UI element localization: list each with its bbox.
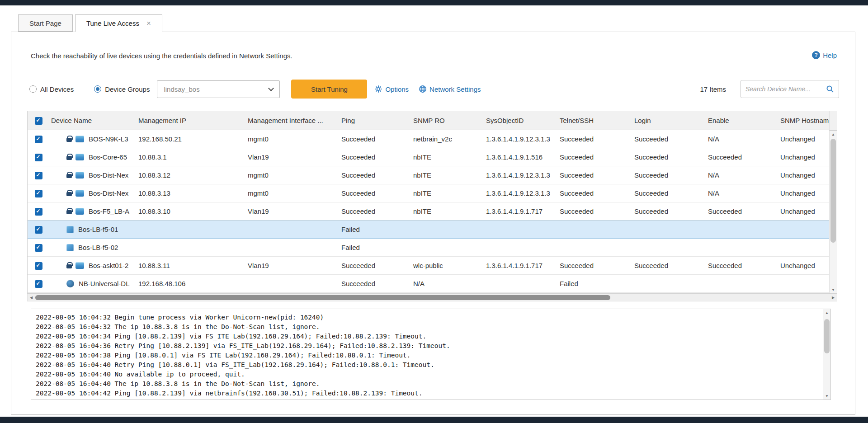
- cell-snmp-ro: nbITE: [411, 166, 484, 184]
- cell-device-name: Bos-Dist-Nex: [49, 184, 137, 202]
- column-header-enable[interactable]: Enable: [706, 111, 778, 130]
- column-header-login[interactable]: Login: [632, 111, 706, 130]
- cell-sysobjectid: [484, 239, 558, 257]
- table-row[interactable]: Bos-LB-f5-01 Failed: [28, 221, 830, 239]
- device-name: Bos-F5_LB-A: [89, 207, 129, 215]
- scroll-down-arrow[interactable]: ▼: [830, 286, 837, 293]
- device-group-select[interactable]: lindsay_bos: [157, 80, 280, 98]
- all-devices-radio-group[interactable]: All Devices: [29, 85, 74, 93]
- row-checkbox[interactable]: [35, 172, 42, 179]
- cell-login: [632, 275, 706, 293]
- log-line: 2022-08-05 16:04:40 The ip 10.88.3.8 is …: [36, 379, 822, 389]
- device-groups-label[interactable]: Device Groups: [105, 85, 150, 93]
- cell-enable: Succeeded: [706, 257, 778, 275]
- device-name: Bos-LB-f5-01: [78, 226, 118, 233]
- table-row[interactable]: Bos-Dist-Nex 10.88.3.12 mgmt0 Succeeded …: [28, 166, 830, 184]
- start-tuning-button[interactable]: Start Tuning: [291, 80, 367, 99]
- tab-start-page[interactable]: Start Page: [18, 14, 73, 32]
- column-header-management-interface[interactable]: Management Interface ...: [246, 111, 340, 130]
- top-chrome-bar: [0, 0, 868, 5]
- cell-enable: [706, 221, 778, 239]
- cell-login: Succeeded: [632, 257, 706, 275]
- cell-management-interface: Vlan19: [246, 257, 340, 275]
- scroll-left-arrow[interactable]: ◀: [28, 294, 34, 301]
- row-checkbox[interactable]: [35, 208, 42, 216]
- row-checkbox[interactable]: [35, 190, 42, 197]
- cell-management-ip: 10.88.3.13: [137, 184, 246, 202]
- lock-icon: [66, 156, 72, 160]
- cell-snmp-hostname: Unchanged: [778, 166, 830, 184]
- tab-bar: Start Page Tune Live Access ×: [18, 14, 165, 32]
- cell-telnet-ssh: Succeeded: [558, 257, 632, 275]
- help-link[interactable]: ? Help: [812, 51, 837, 59]
- cell-ping: Succeeded: [340, 130, 411, 148]
- select-all-checkbox[interactable]: [35, 117, 42, 125]
- column-header-management-ip[interactable]: Management IP: [137, 111, 246, 130]
- cell-ping: Succeeded: [340, 202, 411, 221]
- cell-management-ip: 192.168.50.21: [137, 130, 246, 148]
- row-checkbox[interactable]: [35, 280, 42, 288]
- log-line: 2022-08-05 16:04:40 Retry Ping [10.88.0.…: [36, 360, 822, 370]
- tab-tune-live-access[interactable]: Tune Live Access ×: [75, 14, 162, 32]
- cell-management-ip: [137, 239, 246, 257]
- device-groups-radio-group[interactable]: Device Groups: [94, 85, 150, 93]
- device-name-inner: Bos-LB-f5-02: [51, 239, 135, 256]
- table-row[interactable]: Bos-Core-65 10.88.3.1 Vlan19 Succeeded n…: [28, 148, 830, 166]
- cell-enable: [706, 275, 778, 293]
- cell-ping: Succeeded: [340, 148, 411, 166]
- column-header-sysobjectid[interactable]: SysObjectID: [484, 111, 558, 130]
- table-vertical-scrollbar: ▲ ▼: [829, 131, 837, 293]
- column-header-snmp-ro[interactable]: SNMP RO: [411, 111, 484, 130]
- row-checkbox[interactable]: [35, 226, 42, 234]
- search-input[interactable]: [745, 85, 826, 93]
- log-scroll-thumb[interactable]: [824, 319, 830, 353]
- column-header-ping[interactable]: Ping: [340, 111, 411, 130]
- cell-snmp-ro: wlc-public: [411, 257, 484, 275]
- network-settings-label: Network Settings: [429, 85, 481, 93]
- device-groups-radio[interactable]: [94, 85, 101, 93]
- row-checkbox[interactable]: [35, 136, 42, 143]
- table-row[interactable]: Bos-LB-f5-02 Failed: [28, 239, 830, 257]
- cell-device-name: Bos-Core-65: [49, 148, 137, 166]
- chevron-down-icon: [269, 85, 274, 91]
- cell-device-name: Bos-Dist-Nex: [49, 166, 137, 184]
- device-name: Bos-Core-65: [89, 153, 127, 161]
- column-header-snmp-hostname[interactable]: SNMP Hostname: [778, 111, 830, 130]
- device-name: Bos-askt01-2: [89, 262, 128, 269]
- table-row[interactable]: Bos-Dist-Nex 10.88.3.13 mgmt0 Succeeded …: [28, 184, 830, 202]
- cell-login: Succeeded: [632, 166, 706, 184]
- row-checkbox[interactable]: [35, 244, 42, 252]
- cell-management-interface: [246, 275, 340, 293]
- cell-device-name: BOS-N9K-L3: [49, 130, 137, 148]
- lock-icon: [66, 192, 72, 196]
- network-settings-link[interactable]: Network Settings: [419, 85, 481, 93]
- horizontal-scroll-thumb[interactable]: [35, 295, 610, 300]
- device-icon: [75, 136, 84, 142]
- table-horizontal-scrollbar: ◀ ▶: [27, 294, 837, 301]
- device-icon: [75, 208, 84, 215]
- cell-management-ip: [137, 221, 246, 239]
- lock-icon: [66, 138, 72, 142]
- options-link[interactable]: Options: [374, 85, 409, 93]
- log-scroll-down-arrow[interactable]: ▼: [823, 392, 830, 400]
- table-row[interactable]: Bos-F5_LB-A 10.88.3.10 Vlan19 Succeeded …: [28, 202, 830, 221]
- log-scroll-up-arrow[interactable]: ▲: [823, 309, 830, 316]
- items-count: 17 Items: [700, 85, 726, 93]
- row-checkbox[interactable]: [35, 154, 42, 161]
- cell-snmp-ro: nbITE: [411, 184, 484, 202]
- row-checkbox[interactable]: [35, 262, 42, 270]
- scroll-right-arrow[interactable]: ▶: [830, 294, 836, 301]
- table-row[interactable]: NB-Universal-DL 192.168.48.106 Succeeded…: [28, 275, 830, 293]
- vertical-scroll-thumb[interactable]: [830, 139, 836, 243]
- all-devices-radio[interactable]: [29, 85, 37, 93]
- lock-icon: [66, 210, 72, 214]
- column-header-device-name[interactable]: Device Name: [49, 111, 137, 130]
- row-checkbox-cell: [28, 257, 49, 275]
- column-header-telnet-ssh[interactable]: Telnet/SSH: [558, 111, 632, 130]
- table-row[interactable]: Bos-askt01-2 10.88.3.11 Vlan19 Succeeded…: [28, 257, 830, 275]
- scroll-up-arrow[interactable]: ▲: [830, 131, 837, 138]
- row-checkbox-cell: [28, 130, 49, 148]
- all-devices-label[interactable]: All Devices: [40, 85, 74, 93]
- table-row[interactable]: BOS-N9K-L3 192.168.50.21 mgmt0 Succeeded…: [28, 130, 830, 148]
- tab-close-icon[interactable]: ×: [146, 19, 151, 27]
